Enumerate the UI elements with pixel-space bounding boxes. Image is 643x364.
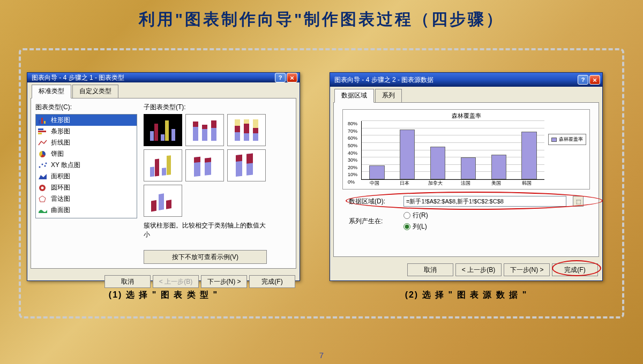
svg-rect-5 <box>38 133 42 134</box>
help-icon[interactable]: ? <box>578 75 588 85</box>
bar <box>461 157 476 179</box>
close-icon[interactable]: × <box>589 75 600 85</box>
svg-point-9 <box>44 165 46 166</box>
tab-standard-types[interactable]: 标准类型 <box>32 85 71 98</box>
svg-rect-16 <box>154 124 158 141</box>
svg-rect-15 <box>150 131 154 141</box>
titlebar-2[interactable]: 图表向导 - 4 步骤之 2 - 图表源数据 ? × <box>330 73 602 87</box>
subtype-3d-clustered[interactable] <box>144 149 182 181</box>
chart-title: 森林覆盖率 <box>345 112 587 120</box>
pie-chart-icon <box>38 150 48 158</box>
svg-rect-19 <box>171 129 175 141</box>
svg-rect-36 <box>155 159 159 177</box>
bar <box>400 130 415 179</box>
cancel-button[interactable]: 取消 <box>104 275 151 288</box>
list-item-bar[interactable]: 条形图 <box>36 126 137 137</box>
x-label: 美国 <box>485 180 507 187</box>
list-item-pie[interactable]: 饼图 <box>36 148 137 160</box>
bar <box>369 165 384 179</box>
chart-preview: 森林覆盖率 0%10%20%30%40%50%60%70%80%中国日本加拿大法… <box>342 109 590 189</box>
y-tick: 60% <box>348 135 357 141</box>
close-icon[interactable]: × <box>287 73 297 82</box>
svg-rect-34 <box>253 128 258 133</box>
subtype-3d-100stacked[interactable] <box>227 149 266 181</box>
svg-point-7 <box>39 166 41 168</box>
svg-marker-11 <box>39 174 47 179</box>
y-tick: 40% <box>348 150 357 156</box>
list-item-column[interactable]: 柱形图 <box>36 115 137 126</box>
svg-rect-0 <box>39 120 40 124</box>
y-tick: 50% <box>348 143 357 148</box>
y-tick: 30% <box>348 157 357 163</box>
y-tick: 20% <box>348 165 357 170</box>
svg-rect-31 <box>244 124 249 133</box>
subtype-100stacked[interactable] <box>227 114 266 146</box>
data-range-label: 数据区域(D): <box>349 197 397 206</box>
svg-rect-23 <box>202 125 207 129</box>
y-tick: 80% <box>348 121 357 126</box>
chart-type-listbox[interactable]: 柱形图 条形图 折线图 饼图 <box>35 114 137 218</box>
svg-rect-42 <box>205 158 211 163</box>
svg-rect-40 <box>194 157 200 163</box>
svg-rect-1 <box>41 118 43 124</box>
tab-data-range[interactable]: 数据区域 <box>334 89 374 103</box>
help-icon[interactable]: ? <box>275 73 286 82</box>
subtype-3d[interactable] <box>144 185 182 217</box>
tab-series[interactable]: 系列 <box>375 89 402 103</box>
legend-swatch-icon <box>551 138 557 142</box>
svg-rect-30 <box>244 119 249 124</box>
press-hold-sample-button[interactable]: 按下不放可查看示例(V) <box>144 250 267 264</box>
cancel-button[interactable]: 取消 <box>407 263 453 276</box>
subtype-3d-stacked[interactable] <box>185 149 224 181</box>
data-range-input[interactable] <box>403 196 566 207</box>
svg-point-13 <box>41 186 44 189</box>
finish-button[interactable]: 完成(F) <box>552 263 598 276</box>
list-item-line[interactable]: 折线图 <box>36 137 137 148</box>
svg-rect-35 <box>150 167 154 177</box>
next-button[interactable]: 下一步(N) > <box>504 263 550 276</box>
page-number: 7 <box>319 351 324 360</box>
y-tick: 70% <box>348 128 357 134</box>
finish-button[interactable]: 完成(F) <box>249 275 295 288</box>
list-item-surface[interactable]: 曲面图 <box>36 204 137 216</box>
range-picker-icon[interactable]: ⬚ <box>573 196 584 207</box>
svg-rect-3 <box>38 128 43 130</box>
titlebar-1[interactable]: 图表向导 - 4 步骤之 1 - 图表类型 ? × <box>27 73 300 82</box>
next-button[interactable]: 下一步(N) > <box>201 275 247 288</box>
list-item-doughnut[interactable]: 圆环图 <box>36 182 137 193</box>
svg-rect-44 <box>236 155 242 162</box>
svg-point-10 <box>46 162 47 164</box>
x-label: 法国 <box>455 180 476 187</box>
title-text-1: 图表向导 - 4 步骤之 1 - 图表类型 <box>32 73 274 82</box>
svg-rect-17 <box>161 134 165 141</box>
tab-custom-types[interactable]: 自定义类型 <box>72 85 118 98</box>
x-label: 日本 <box>394 180 415 187</box>
chart-wizard-step2-dialog: 图表向导 - 4 步骤之 2 - 图表源数据 ? × 数据区域 系列 森林覆盖率… <box>330 72 603 281</box>
radio-rows[interactable]: 行(R) <box>403 211 452 220</box>
subtype-clustered[interactable] <box>144 114 182 146</box>
svg-rect-25 <box>211 120 216 128</box>
caption-step2: (2) 选 择 " 图 表 源 数 据 " <box>405 290 528 301</box>
list-item-area[interactable]: 面积图 <box>36 171 137 182</box>
chart-wizard-step1-dialog: 图表向导 - 4 步骤之 1 - 图表类型 ? × 标准类型 自定义类型 图表类… <box>27 72 300 281</box>
bar-chart-icon <box>38 128 48 135</box>
x-label: 加拿大 <box>424 180 446 187</box>
y-tick: 10% <box>348 172 357 177</box>
area-chart-icon <box>38 173 48 180</box>
list-item-radar[interactable]: 雷达图 <box>36 193 137 204</box>
svg-rect-33 <box>253 119 258 128</box>
svg-rect-4 <box>38 131 46 132</box>
x-label: 韩国 <box>516 180 537 187</box>
chart-legend: 森林覆盖率 <box>548 134 586 145</box>
subtype-stacked[interactable] <box>185 114 224 146</box>
series-in-label: 系列产生在: <box>349 217 397 226</box>
title-text-2: 图表向导 - 4 步骤之 2 - 图表源数据 <box>334 75 577 85</box>
list-item-scatter[interactable]: XY 散点图 <box>36 160 137 171</box>
back-button[interactable]: < 上一步(B) <box>455 263 502 276</box>
line-chart-icon <box>38 139 48 147</box>
radio-columns[interactable]: 列(L) <box>403 222 452 231</box>
bar <box>521 132 536 179</box>
svg-rect-21 <box>193 122 198 127</box>
svg-rect-46 <box>246 154 253 164</box>
bar <box>430 147 445 179</box>
